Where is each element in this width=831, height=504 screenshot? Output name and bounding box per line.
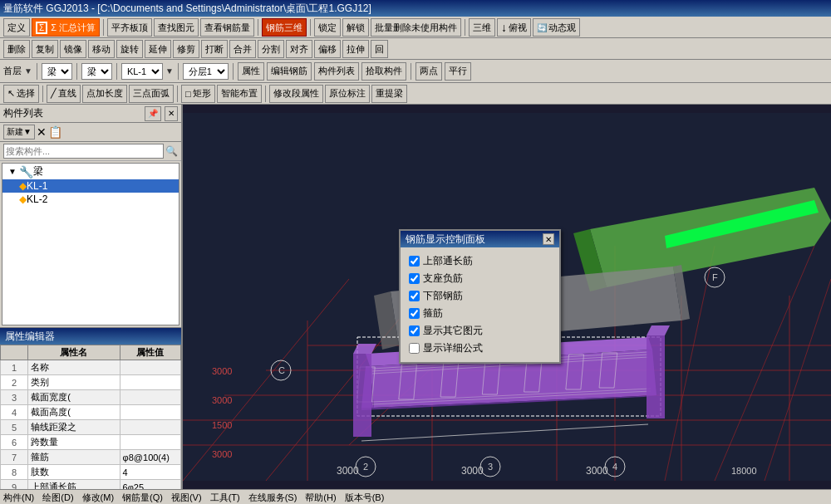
title-bar: 量筋软件 GGJ2013 - [C:\Documents and Setting… — [0, 0, 831, 17]
tree-beam-root[interactable]: ▼ 🔧 梁 — [2, 164, 179, 179]
lock-btn[interactable]: 锁定 — [314, 18, 341, 37]
svg-text:3000: 3000 — [212, 366, 232, 376]
check-show-other[interactable] — [409, 325, 420, 336]
status-item-5[interactable]: 视图(V) — [171, 492, 202, 504]
tree-kl1[interactable]: ◆ KL-1 — [2, 179, 179, 193]
panel-close-btn[interactable]: ✕ — [165, 106, 178, 121]
point-len-btn[interactable]: 点加长度 — [82, 85, 127, 103]
extend-btn[interactable]: 延伸 — [145, 40, 171, 58]
draw-toolbar: ↖ 选择 ╱ 直线 点加长度 三点面弧 □ 矩形 智能布置 修改段属性 原位标注… — [0, 83, 831, 105]
two-point-btn[interactable]: 两点 — [416, 62, 442, 81]
table-row: 4 截面高度( — [1, 405, 181, 420]
check-show-formula[interactable] — [409, 343, 420, 354]
table-row: 3 截面宽度( — [1, 390, 181, 405]
sep3 — [310, 19, 311, 36]
offset-btn[interactable]: 偏移 — [314, 40, 341, 58]
checkbox-show-other: 显示其它图元 — [409, 322, 551, 340]
check-support-neg[interactable] — [409, 273, 420, 284]
edit-rebar-btn[interactable]: 编辑钢筋 — [267, 62, 312, 81]
canvas-area: 3000 1500 3000 3000 3000 3000 3000 18000… — [183, 105, 831, 489]
panel-copy-icon[interactable]: 📋 — [48, 125, 62, 139]
kl2-label: KL-2 — [27, 193, 47, 205]
check-bottom-rebar-label: 下部钢筋 — [423, 289, 463, 303]
pick-member-btn[interactable]: 拾取构件 — [361, 62, 406, 81]
smart-place-btn[interactable]: 智能布置 — [217, 85, 262, 103]
stretch-btn[interactable]: 拉伸 — [342, 40, 369, 58]
status-item-7[interactable]: 在线服务(S) — [248, 492, 297, 504]
rotate-btn[interactable]: 旋转 — [116, 40, 143, 58]
split-btn[interactable]: 分割 — [258, 40, 284, 58]
back-btn[interactable]: 回 — [371, 40, 388, 58]
floor-btn[interactable]: 平齐板顶 — [107, 18, 152, 37]
prop-editor-title: 属性编辑器 — [5, 330, 55, 344]
search-icon[interactable]: 🔍 — [165, 145, 178, 157]
trim-btn[interactable]: 修剪 — [173, 40, 199, 58]
align-btn[interactable]: 对齐 — [286, 40, 312, 58]
check-top-long[interactable] — [409, 256, 420, 267]
table-row: 6 跨数量 — [1, 435, 181, 450]
top-view-btn[interactable]: ↓ 俯视 — [497, 18, 531, 37]
property-btn[interactable]: 属性 — [238, 62, 264, 81]
status-item-3[interactable]: 修改(M) — [82, 492, 115, 504]
define-btn[interactable]: 定义 — [3, 18, 30, 37]
status-item-6[interactable]: 工具(T) — [210, 492, 240, 504]
status-item-4[interactable]: 钢筋量(Q) — [122, 492, 163, 504]
mirror-btn[interactable]: 镜像 — [60, 40, 86, 58]
svg-rect-59 — [353, 354, 371, 437]
merge-btn[interactable]: 合并 — [229, 40, 256, 58]
tree-kl2[interactable]: ◆ KL-2 — [2, 193, 179, 206]
status-bar: 构件(N) 绘图(D) 修改(M) 钢筋量(Q) 视图(V) 工具(T) 在线服… — [0, 489, 831, 504]
re-beam-btn[interactable]: 重提梁 — [371, 85, 407, 103]
find-btn[interactable]: 查找图元 — [154, 18, 199, 37]
sum-btn[interactable]: Σ Σ 汇总计算 — [32, 18, 100, 37]
checkbox-show-formula: 显示详细公式 — [409, 340, 551, 357]
search-box: 🔍 — [0, 142, 181, 161]
check-bottom-rebar[interactable] — [409, 291, 420, 301]
rebar3d-btn[interactable]: 钢筋三维 — [262, 18, 307, 37]
icon-toolbar: 定义 Σ Σ 汇总计算 平齐板顶 查找图元 查看钢筋量 钢筋三维 锁定 解锁 批… — [0, 17, 831, 38]
layer-select[interactable]: 分层1 — [183, 63, 229, 80]
kl1-label: KL-1 — [27, 180, 47, 192]
panel-delete-icon[interactable]: ✕ — [37, 125, 47, 139]
rect-btn[interactable]: □ 矩形 — [181, 85, 215, 103]
new-btn[interactable]: 新建▼ — [3, 125, 35, 139]
status-item-2[interactable]: 绘图(D) — [42, 492, 73, 504]
check-stirrup-label: 箍筋 — [423, 306, 443, 321]
main-layout: 构件列表 📌 ✕ 新建▼ ✕ 📋 🔍 ▼ 🔧 梁 ◆ KL-1 — [0, 105, 831, 489]
beam-icon: 🔧 — [19, 165, 33, 179]
panel-pin-btn[interactable]: 📌 — [145, 106, 161, 121]
status-item-8[interactable]: 帮助(H) — [305, 492, 336, 504]
3d-btn[interactable]: 三维 — [469, 18, 495, 37]
search-input[interactable] — [3, 144, 164, 159]
checkbox-stirrup: 箍筋 — [409, 305, 551, 322]
check-stirrup[interactable] — [409, 308, 420, 319]
steel-display-dialog: 钢筋显示控制面板 ✕ 上部通长筋 支座负筋 下部钢筋 箍筋 — [399, 229, 561, 364]
check-show-other-label: 显示其它图元 — [423, 324, 483, 338]
member-name-select[interactable]: KL-1 — [121, 63, 163, 80]
view-rebar-btn[interactable]: 查看钢筋量 — [200, 18, 254, 37]
status-item-9[interactable]: 版本号(B) — [345, 492, 385, 504]
steel-dialog-close[interactable]: ✕ — [543, 233, 554, 245]
status-item-1[interactable]: 构件(N) — [3, 492, 34, 504]
dynamic-view-btn[interactable]: 🔄 动态观 — [533, 18, 580, 37]
break-btn[interactable]: 打断 — [201, 40, 228, 58]
line-btn[interactable]: ╱ 直线 — [47, 85, 81, 103]
check-top-long-label: 上部通长筋 — [423, 254, 473, 268]
copy-btn[interactable]: 复制 — [32, 40, 58, 58]
svg-text:18000: 18000 — [731, 466, 757, 476]
orig-mark-btn[interactable]: 原位标注 — [325, 85, 370, 103]
parallel-btn[interactable]: 平行 — [445, 62, 471, 81]
arc-btn[interactable]: 三点面弧 — [129, 85, 174, 103]
steel-dialog-title-text: 钢筋显示控制面板 — [406, 232, 485, 247]
delete-btn[interactable]: 删除 — [3, 40, 30, 58]
batch-del-btn[interactable]: 批量删除未使用构件 — [371, 18, 461, 37]
member-type2-select[interactable]: 梁 — [81, 63, 112, 80]
mod-seg-btn[interactable]: 修改段属性 — [269, 85, 323, 103]
move-btn[interactable]: 移动 — [88, 40, 115, 58]
member-type-select[interactable]: 梁 — [42, 63, 72, 80]
sep1 — [103, 19, 104, 36]
select-btn[interactable]: ↖ 选择 — [3, 85, 39, 103]
table-row: 9 上部通长筋 6φ25 — [1, 480, 181, 490]
member-list-btn[interactable]: 构件列表 — [314, 62, 359, 81]
unlock-btn[interactable]: 解锁 — [342, 18, 369, 37]
